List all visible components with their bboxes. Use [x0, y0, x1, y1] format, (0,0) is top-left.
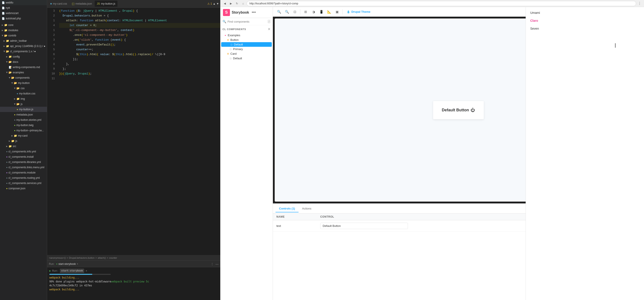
tree-item-card[interactable]: ⊞ Card	[220, 51, 273, 56]
chevron-icon: ▶	[12, 88, 17, 89]
zoom-in-button[interactable]: 🔍	[276, 8, 282, 15]
refresh-button[interactable]: ↻	[234, 1, 240, 6]
chevron-icon: ▶	[9, 138, 10, 143]
tree-item-examples[interactable]: ● Examples	[220, 33, 273, 38]
file-item-api-proxy[interactable]: ▶ 📁 api_proxy 11d45f4b (2.0.1) / ●	[0, 44, 47, 49]
zoom-out-button[interactable]: 🔍	[284, 8, 290, 15]
file-item-js-folder2[interactable]: ▶ 📁 js	[0, 138, 47, 144]
close-terminal-icon[interactable]: —	[216, 262, 218, 266]
control-text-field[interactable]	[320, 223, 408, 229]
chevron-icon: ▶	[6, 144, 8, 149]
file-item-img-folder[interactable]: ▶ 📁 img	[0, 96, 47, 101]
reset-zoom-button[interactable]: ⊡	[291, 8, 298, 15]
tree-item-primary[interactable]: ◻ Primary	[220, 47, 273, 51]
sidebar-close-button[interactable]: ✕	[268, 27, 270, 31]
tab-my-card-css[interactable]: ■ my-card.css	[48, 1, 69, 7]
file-item-links-menu-yml[interactable]: ● cl_components.links.menu.yml	[0, 165, 47, 170]
storybook-content: 🔍 🔍 ⊡ ⊞ ◑ 📱 📐 ▣ 💧 Drupal Theme ⤢	[273, 7, 644, 300]
file-item-my-card[interactable]: ▶ 📁 my-card	[0, 133, 47, 138]
file-item-libraries-yml[interactable]: ● cl_components.libraries.yml	[0, 160, 47, 165]
file-item-docs[interactable]: ▶ 📂 docs	[0, 59, 47, 65]
file-item-src[interactable]: ▶ 📁 src	[0, 144, 47, 149]
file-item-install[interactable]: ● cl_components.install	[0, 154, 47, 160]
json-icon: ●	[14, 112, 16, 117]
yml-icon: ●	[6, 181, 8, 186]
outline-button[interactable]: ▣	[334, 8, 341, 15]
url-input[interactable]	[246, 1, 636, 6]
file-item-my-button[interactable]: ▶ 📂 my-button	[0, 80, 47, 86]
file-item-my-button-css[interactable]: ● my-button.css	[0, 91, 47, 96]
file-item-webmozart[interactable]: 📄 webmozart	[0, 11, 47, 16]
file-item-admin-toolbar[interactable]: ▶ 📁 admin_toolbar	[0, 38, 47, 44]
file-item-js-folder[interactable]: ▶ 📂 js	[0, 101, 47, 107]
file-item-composer-json[interactable]: ● composer.json	[0, 186, 47, 191]
code-line: .on('click', function (event) {	[59, 38, 220, 42]
file-item-metadata-json[interactable]: ● metadata.json	[0, 112, 47, 117]
file-item-routing-yml[interactable]: ● cl_components.routing.yml	[0, 175, 47, 181]
yml-icon: ●	[6, 160, 8, 165]
file-item-module[interactable]: ● cl_components.module	[0, 170, 47, 175]
file-item-writing-components[interactable]: 📝 writing-components.md	[0, 65, 47, 70]
file-icon: 📄	[2, 0, 5, 5]
col-name-header: Name	[276, 215, 320, 218]
file-item-cl-components[interactable]: ▶ 📂 cl_components 1.x / ●	[0, 49, 47, 54]
file-item-twig[interactable]: ● my-button.twig	[0, 122, 47, 128]
file-item-nytt[interactable]: 📄 nytt	[0, 5, 47, 11]
code-line: counter++;	[59, 47, 220, 52]
component-icon: ⊞	[226, 39, 230, 41]
file-item-modules[interactable]: ▶ 📁 modules	[0, 28, 47, 33]
back-button[interactable]: ◀	[222, 1, 227, 6]
code-line: (function ($: jQuery | HTMLElement , Dru…	[59, 9, 220, 13]
code-line-highlighted: 💡 let counter = 0;	[59, 23, 220, 28]
css-tab-icon: ■	[50, 2, 52, 5]
file-item-components[interactable]: ▶ 📂 components	[0, 75, 47, 80]
code-content[interactable]: (function ($: jQuery | HTMLElement , Dru…	[57, 8, 220, 255]
file-item-contrib[interactable]: ▶ 📂 contrib	[0, 33, 47, 38]
chevron-icon: ▶	[2, 51, 7, 52]
tab-actions[interactable]: Actions	[298, 205, 315, 212]
file-item-config[interactable]: ▶ 📁 config	[0, 54, 47, 59]
terminal-tab-storybook[interactable]: ● start-storybook ×	[56, 262, 78, 265]
background-button[interactable]: ◑	[310, 8, 317, 15]
file-item-my-button-js[interactable]: ● my-button.js	[0, 107, 47, 112]
file-item-stories-yml[interactable]: ● my-button.stories.yml	[0, 117, 47, 122]
file-item-info-yml[interactable]: ● cl_components.info.yml	[0, 149, 47, 154]
sidebar-heading: CL COMPONENTS ✕	[220, 25, 273, 32]
scroll-down-icon[interactable]: ▼	[216, 2, 219, 5]
file-item-services-yml[interactable]: ● cl_components.services.yml	[0, 181, 47, 186]
storybook-menu-button[interactable]: •••	[251, 9, 257, 16]
viewport-button[interactable]: 📱	[318, 8, 325, 15]
more-button[interactable]: ⋮	[637, 1, 642, 6]
theme-item-seven[interactable]: Seven	[526, 25, 644, 33]
webpack-line-2: 4c7c72b699ec549cf2 in 437ms	[49, 283, 218, 287]
code-line: };	[59, 67, 220, 71]
tree-item-default-active[interactable]: ◻ Default	[221, 42, 272, 47]
search-input[interactable]	[228, 20, 266, 23]
file-item-examples[interactable]: ▶ 📂 examples	[0, 70, 47, 75]
file-item-css-folder[interactable]: ▶ 📂 css	[0, 86, 47, 91]
twig-icon: ●	[14, 123, 16, 128]
chevron-icon: ▶	[4, 38, 5, 43]
measure-button[interactable]: 📐	[326, 8, 333, 15]
forward-button[interactable]: ▶	[228, 1, 234, 6]
terminal-panel: Run: ● start-storybook × ⋮ — ▶ Run: star…	[47, 260, 220, 300]
file-item-webflo[interactable]: 📄 webflo	[0, 0, 47, 5]
file-item-twig-primary[interactable]: ● my-button--primary.tw...	[0, 128, 47, 133]
home-button[interactable]: ⌂	[240, 1, 246, 6]
tab-controls[interactable]: Controls (1)	[276, 205, 298, 212]
tree-item-button[interactable]: ⊞ Button	[220, 38, 273, 42]
tree-item-card-default[interactable]: ◻ Default	[220, 56, 273, 61]
theme-item-claro[interactable]: Claro	[526, 17, 644, 25]
file-item-autoload[interactable]: 📄 autoload.php	[0, 16, 47, 21]
ellipsis-icon[interactable]: ⋮	[211, 262, 214, 266]
theme-dropdown: Umami Claro Seven	[526, 17, 644, 203]
scroll-up-icon[interactable]: ▲	[213, 2, 216, 5]
tab-my-button-js[interactable]: JS my-button.js	[95, 1, 118, 7]
preview-button-text: Default Button	[442, 108, 469, 112]
tab-metadata-json[interactable]: { } metadata.json	[70, 1, 94, 7]
file-item-core[interactable]: ▶ 📁 core	[0, 22, 47, 28]
editor-code[interactable]: 3 2 1 4 1 2 3 4 5 6 7 8 9 10 11 (functio…	[47, 8, 220, 255]
theme-select-button[interactable]: 💧 Drupal Theme	[344, 9, 373, 14]
grid-button[interactable]: ⊞	[302, 8, 309, 15]
webpack-building-1: webpack building...	[49, 276, 218, 279]
